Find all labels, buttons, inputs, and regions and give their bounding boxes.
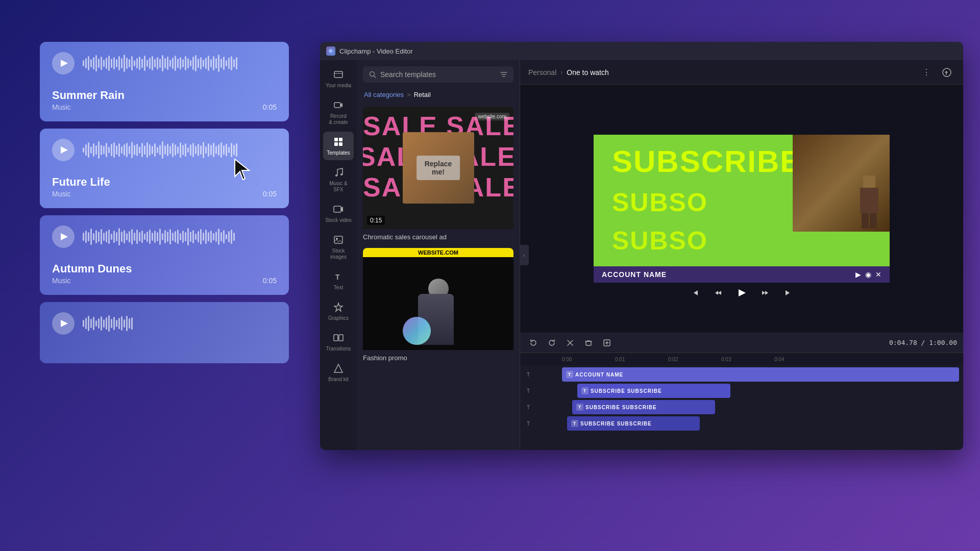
play-button-partial[interactable]	[52, 312, 75, 335]
template-card-chromatic-sales[interactable]: SALE SALE SALE SALE SALE SALE SALE SALE …	[363, 107, 513, 242]
track-icon-1: T	[524, 370, 532, 379]
svg-rect-4	[334, 138, 338, 141]
editor-panel: Personal › One to watch ⋮	[520, 60, 963, 450]
track-clip-account[interactable]: T ACCOUNT NAME	[562, 367, 959, 382]
skip-back-button[interactable]	[688, 285, 704, 301]
track-content-2[interactable]: T SUBSCRIBE SUBSCRIBE	[562, 384, 959, 398]
sidebar-item-templates[interactable]: Templates	[323, 132, 354, 160]
delete-button[interactable]	[581, 336, 596, 350]
music-title-1: Summer Rain	[52, 89, 125, 102]
instagram-icon: ◉	[865, 270, 871, 279]
current-time: 0:04.78	[889, 339, 917, 346]
svg-marker-14	[334, 303, 342, 311]
subscribe-bottom-bar: ACCOUNT NAME ▶ ◉ ✕	[594, 266, 890, 283]
sidebar-item-record-create[interactable]: Record& create	[323, 95, 354, 130]
svg-point-12	[336, 238, 338, 240]
music-card-autumn-dunes[interactable]: Autumn Dunes Music 0:05	[40, 215, 289, 295]
track-clip-subscribe-1[interactable]: T SUBSCRIBE SUBSCRIBE	[577, 384, 730, 398]
play-button-future-life[interactable]	[52, 139, 75, 161]
svg-rect-20	[586, 341, 591, 345]
search-input[interactable]: Search templates	[380, 70, 496, 79]
breadcrumb-parent[interactable]: All categories	[364, 91, 404, 98]
subscribe-background: SUBSCRIBE SU SUBSO SUBSO ACCOUNT NAME ▶ …	[594, 135, 890, 283]
time-separator: /	[921, 339, 929, 346]
svg-marker-17	[334, 364, 342, 372]
sidebar-item-transitions[interactable]: Transitions	[323, 328, 354, 356]
more-options-button[interactable]: ⋮	[918, 64, 935, 81]
svg-rect-16	[339, 335, 343, 341]
play-button-autumn-dunes[interactable]	[52, 226, 75, 248]
timecode-display: 0:04.78 / 1:00.00	[889, 339, 957, 346]
breadcrumb: All categories > Retail	[357, 89, 520, 103]
sidebar-item-music-sfx[interactable]: Music & SFX	[323, 162, 354, 197]
track-clip-subscribe-2[interactable]: T SUBSCRIBE SUBSCRIBE	[572, 400, 715, 414]
sidebar-label-record-create: Record& create	[329, 113, 348, 126]
music-card-partial[interactable]	[40, 302, 289, 363]
redo-button[interactable]	[545, 336, 559, 350]
app-icon	[326, 46, 335, 56]
timeline-ruler: 0:00 0:01 0:02 0:03 0:04	[520, 353, 963, 365]
sidebar-item-brand-kit[interactable]: Brand kit	[323, 358, 354, 387]
export-button[interactable]	[939, 64, 955, 81]
rewind-button[interactable]	[710, 285, 726, 301]
breadcrumb-current: Retail	[414, 91, 431, 98]
search-bar[interactable]: Search templates	[363, 66, 513, 83]
sidebar-item-your-media[interactable]: Your media	[323, 64, 354, 93]
clip-t-icon-2: T	[581, 387, 589, 394]
cursor-arrow-icon	[233, 157, 253, 183]
export-icon	[942, 67, 952, 78]
sidebar-item-stock-video[interactable]: Stock video	[323, 199, 354, 228]
editor-bc-personal[interactable]: Personal	[528, 68, 556, 77]
ruler-mark-0: 0:00	[561, 357, 614, 362]
sidebar-item-graphics[interactable]: Graphics	[323, 297, 354, 325]
stock-video-icon	[332, 203, 345, 215]
undo-button[interactable]	[526, 336, 541, 350]
collapse-handle[interactable]: ‹	[520, 245, 529, 265]
track-label-4: T	[524, 419, 560, 428]
cut-button[interactable]	[563, 336, 577, 350]
timeline-tracks: T T ACCOUNT NAME T	[520, 365, 963, 450]
play-button-summer-rain[interactable]	[52, 52, 75, 74]
text-icon: T	[332, 270, 345, 283]
sidebar-label-graphics: Graphics	[328, 315, 349, 321]
youtube-icon: ▶	[855, 270, 861, 279]
clip-t-icon-4: T	[571, 420, 578, 427]
template-card-fashion[interactable]: WEBSITE.COM	[363, 248, 513, 363]
music-card-summer-rain[interactable]: Summer Rain Music 0:05	[40, 42, 289, 121]
main-area: Your media Record& create Templates	[320, 60, 963, 450]
sidebar-item-stock-images[interactable]: Stock images	[323, 230, 354, 264]
filter-icon[interactable]	[500, 71, 507, 78]
skip-forward-button[interactable]	[779, 285, 796, 301]
music-card-future-life[interactable]: Future Life Music 0:05	[40, 129, 289, 208]
timeline-toolbar: 0:04.78 / 1:00.00	[520, 333, 963, 353]
add-button[interactable]	[600, 336, 614, 350]
sidebar-label-stock-images: Stock images	[325, 248, 352, 260]
ruler-mark-4: 0:04	[773, 357, 826, 362]
clip-t-icon-3: T	[576, 404, 583, 411]
your-media-icon	[332, 68, 345, 81]
sidebar: Your media Record& create Templates	[320, 60, 357, 450]
music-title-3: Autumn Dunes	[52, 262, 132, 276]
clip-text-subscribe-2: SUBSCRIBE SUBSCRIBE	[585, 405, 657, 410]
track-clip-subscribe-3[interactable]: T SUBSCRIBE SUBSCRIBE	[567, 416, 700, 431]
svg-rect-3	[334, 103, 340, 108]
template-duration-1: 0:15	[367, 216, 385, 225]
fast-forward-button[interactable]	[757, 285, 773, 301]
sidebar-item-text[interactable]: T Text	[323, 266, 354, 295]
editor-header: Personal › One to watch ⋮	[520, 60, 963, 85]
track-content-3[interactable]: T SUBSCRIBE SUBSCRIBE	[562, 400, 959, 414]
timeline-area: 0:04.78 / 1:00.00 0:00 0:01 0:02 0:03 0:…	[520, 333, 963, 450]
record-create-icon	[332, 99, 345, 111]
track-content-1[interactable]: T ACCOUNT NAME	[562, 367, 959, 382]
sidebar-label-templates: Templates	[327, 150, 350, 156]
track-content-4[interactable]: T SUBSCRIBE SUBSCRIBE	[562, 416, 959, 431]
video-overlay-thumb	[793, 135, 890, 232]
sidebar-label-brand-kit: Brand kit	[328, 377, 348, 383]
account-name-preview: ACCOUNT NAME	[602, 270, 667, 279]
breadcrumb-separator: >	[407, 91, 411, 98]
svg-text:T: T	[335, 273, 340, 281]
playback-controls	[688, 284, 796, 302]
play-pause-button[interactable]	[732, 284, 751, 302]
track-row-account-name: T T ACCOUNT NAME	[524, 367, 959, 382]
brand-kit-icon	[332, 362, 345, 374]
